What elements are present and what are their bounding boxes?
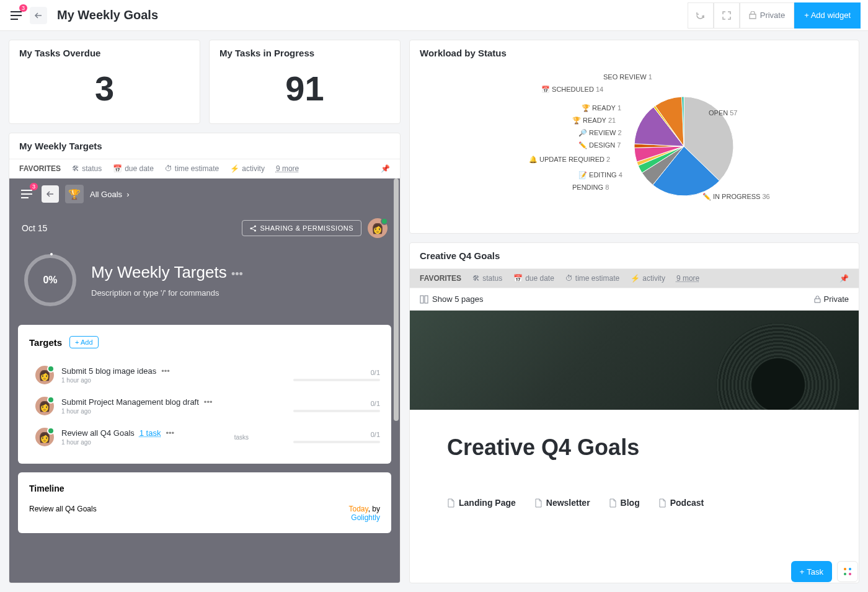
filter-due-date[interactable]: 📅due date	[113, 164, 154, 173]
pie-label: ✏️ DESIGN7	[578, 141, 621, 149]
show-pages-toggle[interactable]: Show 5 pages	[432, 294, 483, 304]
lock-icon	[814, 296, 821, 303]
pie-label: 📅 SCHEDULED14	[541, 86, 603, 94]
progress-ring: 0%	[24, 254, 76, 306]
assignee-avatar: 👩	[35, 428, 54, 446]
apps-button[interactable]	[837, 561, 858, 582]
goals-panel: 3 🏆 All Goals › Oct 15 SHARING & PERMISS…	[9, 179, 400, 583]
pie-label: ✏️ IN PROGRESS36	[702, 193, 770, 201]
creative-link[interactable]: Blog	[609, 498, 640, 508]
creative-hero-image	[410, 311, 859, 410]
pie-label: 📝 EDITING4	[578, 171, 622, 179]
new-task-button[interactable]: + Task	[791, 561, 832, 582]
pages-icon	[420, 295, 428, 304]
pie-chart[interactable]: OPEN57✏️ IN PROGRESS36PENDING8📝 EDITING4…	[461, 72, 808, 221]
lock-icon	[749, 11, 756, 19]
svg-point-8	[849, 573, 851, 575]
private-indicator[interactable]: Private	[814, 294, 849, 304]
filter-more[interactable]: 9 more	[276, 164, 299, 173]
timeline-section: Timeline Review all Q4 Goals Today, by G…	[18, 472, 391, 533]
in-progress-card[interactable]: My Tasks in Progress 91	[209, 40, 401, 124]
creative-link[interactable]: Landing Page	[447, 498, 516, 508]
pie-label: 🏆 READY21	[572, 117, 616, 125]
timeline-item[interactable]: Review all Q4 Goals	[29, 505, 97, 522]
svg-point-5	[844, 568, 846, 570]
goals-hero-description[interactable]: Description or type '/' for commands	[91, 288, 243, 298]
add-widget-button[interactable]: + Add widget	[794, 2, 861, 29]
timeline-heading: Timeline	[29, 484, 380, 493]
overdue-value: 3	[9, 66, 200, 123]
progress-bar	[293, 441, 380, 443]
task-link[interactable]: 1 task	[140, 428, 161, 438]
pin-icon[interactable]: 📌	[381, 164, 390, 173]
creative-title: Creative Q4 Goals	[410, 243, 859, 268]
pie-label: 🏆 READY1	[582, 104, 621, 112]
targets-list: Targets + Add 👩 Submit 5 blog image idea…	[18, 325, 391, 464]
menu-badge: 3	[19, 4, 27, 12]
filter-activity[interactable]: ⚡activity	[230, 164, 265, 173]
goals-breadcrumb[interactable]: All Goals ›	[90, 190, 130, 199]
progress-bar	[293, 410, 380, 412]
creative-link[interactable]: Podcast	[658, 498, 704, 508]
sharing-permissions-button[interactable]: SHARING & PERMISSIONS	[242, 220, 361, 236]
svg-point-7	[844, 573, 846, 575]
filter-status[interactable]: 🛠status	[72, 164, 102, 173]
pie-label: 🔎 REVIEW2	[578, 129, 622, 137]
overdue-card[interactable]: My Tasks Overdue 3	[9, 40, 200, 124]
creative-goals-card: Creative Q4 Goals FAVORITES 🛠status 📅due…	[409, 242, 859, 583]
progress-bar	[293, 379, 380, 381]
assignee-avatar: 👩	[35, 366, 54, 384]
page-title: My Weekly Goals	[57, 8, 158, 22]
share-icon	[250, 225, 257, 232]
svg-rect-3	[420, 296, 423, 303]
goals-date: Oct 15	[22, 223, 47, 233]
add-target-button[interactable]: + Add	[69, 336, 98, 348]
weekly-targets-card: My Weekly Targets FAVORITES 🛠status 📅due…	[9, 133, 401, 583]
creative-filter-bar: FAVORITES 🛠status 📅due date ⏱time estima…	[410, 268, 859, 288]
filter-time-estimate[interactable]: ⏱time estimate	[165, 164, 219, 173]
refresh-button[interactable]	[688, 2, 714, 29]
in-progress-label: My Tasks in Progress	[210, 40, 400, 66]
filter-favorites[interactable]: FAVORITES	[420, 274, 461, 283]
workload-title: Workload by Status	[410, 40, 859, 66]
expand-button[interactable]	[714, 2, 740, 29]
pin-icon[interactable]: 📌	[839, 274, 849, 283]
scrollbar-thumb[interactable]	[394, 179, 399, 421]
pie-label: SEO REVIEW1	[603, 73, 652, 81]
target-row[interactable]: 👩 Submit 5 blog image ideas ••• 1 hour a…	[29, 360, 380, 391]
creative-link[interactable]: Newsletter	[534, 498, 590, 508]
pie-label: OPEN57	[709, 109, 737, 117]
target-row[interactable]: 👩 Review all Q4 Goals 1 task ••• 1 hour …	[29, 422, 380, 453]
filter-activity[interactable]: ⚡activity	[631, 274, 665, 283]
weekly-targets-title: My Weekly Targets	[9, 133, 400, 159]
pie-label: 🔔 UPDATE REQUIRED2	[529, 156, 610, 164]
pie-label: PENDING8	[572, 183, 609, 191]
creative-hero-title: Creative Q4 Goals	[447, 435, 822, 461]
assignee-avatar: 👩	[35, 397, 54, 415]
timeline-user-link[interactable]: Golightly	[351, 513, 380, 522]
private-button[interactable]: Private	[740, 2, 794, 29]
panel-back-button[interactable]	[42, 185, 59, 203]
goals-hero-title: My Weekly Targets •••	[91, 263, 243, 282]
in-progress-value: 91	[210, 66, 400, 123]
filter-bar: FAVORITES 🛠status 📅due date ⏱time estima…	[9, 159, 400, 179]
overdue-label: My Tasks Overdue	[9, 40, 200, 66]
back-button[interactable]	[30, 7, 47, 24]
menu-button[interactable]: 3	[7, 7, 25, 24]
trophy-button[interactable]: 🏆	[65, 185, 84, 203]
filter-more[interactable]: 9 more	[676, 274, 699, 283]
svg-rect-4	[425, 296, 428, 303]
target-row[interactable]: 👩 Submit Project Management blog draft •…	[29, 391, 380, 422]
filter-time-estimate[interactable]: ⏱time estimate	[565, 274, 619, 283]
panel-menu-button[interactable]: 3	[18, 185, 35, 203]
filter-due-date[interactable]: 📅due date	[513, 274, 554, 283]
targets-heading: Targets	[29, 337, 62, 348]
workload-card: Workload by Status OPEN57✏️ IN PROGRESS3…	[409, 40, 859, 234]
svg-point-6	[849, 568, 851, 570]
filter-status[interactable]: 🛠status	[472, 274, 502, 283]
top-bar: 3 My Weekly Goals Private + Add widget	[0, 0, 868, 31]
filter-favorites[interactable]: FAVORITES	[19, 164, 61, 173]
user-avatar[interactable]: 👩	[368, 218, 388, 238]
